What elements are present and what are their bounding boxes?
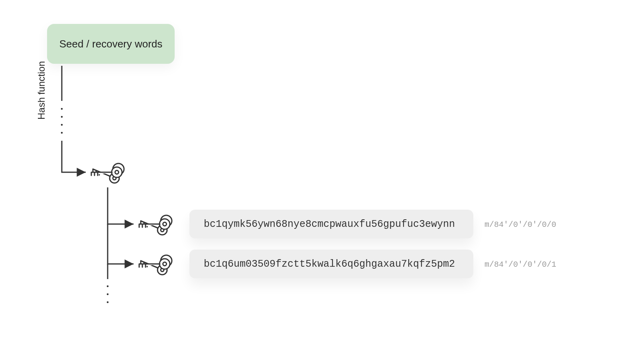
svg-point-3 (61, 132, 63, 134)
keys-icon (138, 211, 177, 238)
arrow-master-to-child1 (108, 187, 134, 224)
svg-point-4 (107, 285, 109, 287)
svg-point-0 (61, 108, 63, 110)
keys-icon (90, 159, 130, 187)
svg-point-1 (61, 116, 63, 118)
svg-point-20 (160, 259, 170, 269)
svg-point-15 (160, 219, 170, 229)
derivation-path-label: m/84'/0'/0'/0/0 (484, 220, 556, 229)
svg-point-5 (107, 293, 109, 295)
svg-point-2 (61, 124, 63, 126)
address-box: bc1qymk56ywn68nye8cmcpwauxfu56gpufuc3ewy… (189, 210, 473, 238)
arrow-master-to-child2 (108, 224, 134, 264)
svg-point-10 (112, 167, 122, 177)
hash-function-label: Hash function (36, 61, 47, 120)
arrow-seed-to-master-b (62, 141, 86, 172)
address-text: bc1q6um03509fzctt5kwalk6q6ghgaxau7kqfz5p… (204, 258, 455, 270)
svg-point-6 (107, 301, 109, 303)
address-box: bc1q6um03509fzctt5kwalk6q6ghgaxau7kqfz5p… (189, 250, 473, 278)
seed-words-label: Seed / recovery words (59, 38, 163, 50)
seed-words-box: Seed / recovery words (47, 24, 175, 64)
address-text: bc1qymk56ywn68nye8cmcpwauxfu56gpufuc3ewy… (204, 218, 455, 230)
keys-icon (138, 250, 177, 278)
derivation-path-label: m/84'/0'/0'/0/1 (484, 260, 556, 269)
